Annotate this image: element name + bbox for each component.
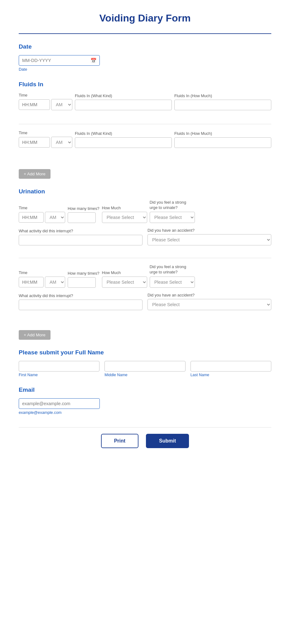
date-input[interactable] — [19, 55, 100, 66]
urination-accident-select-1[interactable]: Please Select Yes No — [147, 234, 271, 245]
urination-accident-col-1: Did you have an accident? Please Select … — [147, 228, 271, 245]
title-divider — [19, 33, 271, 34]
urination-entry-1: Time AM PM How many times? How Much — [19, 200, 271, 258]
urination-second-row-1: What activity did this interrupt? Did yo… — [19, 228, 271, 245]
urination-strong-urge-select-1[interactable]: Please Select Yes No — [150, 212, 195, 223]
urination-accident-label-2: Did you have an accident? — [147, 293, 271, 297]
fluids-ampm-select-2[interactable]: AM PM — [51, 137, 72, 148]
urination-row-2: Time AM PM How many times? How Much — [19, 264, 271, 287]
urination-howmuch-label-1: How Much — [102, 206, 147, 210]
date-hint: Date — [19, 67, 271, 72]
urination-time-input-2[interactable] — [19, 277, 44, 287]
urination-add-more-button[interactable]: + Add More — [19, 330, 51, 340]
fluids-kind-label-2: Fluids In (What Kind) — [75, 131, 172, 136]
urination-howmany-label-1: How many times? — [68, 206, 99, 211]
urination-howmuch-col-1: How Much Please Select Small Medium Larg… — [102, 206, 147, 223]
first-name-label: First Name — [19, 373, 99, 377]
urination-howmany-input-2[interactable] — [68, 277, 96, 288]
urination-section: Urination Time AM PM How many times? — [19, 188, 271, 340]
middle-name-label: Middle Name — [104, 373, 185, 377]
fluids-time-col-2: Time AM PM — [19, 130, 72, 148]
fluids-time-input-1[interactable] — [19, 99, 50, 110]
urination-howmuch-label-2: How Much — [102, 270, 147, 275]
fluids-kind-input-1[interactable] — [75, 100, 172, 110]
urination-howmany-label-2: How many times? — [68, 271, 99, 276]
email-hint: example@example.com — [19, 410, 271, 415]
page-title: Voiding Diary Form — [19, 12, 271, 24]
footer-buttons: Print Submit — [19, 434, 271, 448]
fluids-section-title: Fluids In — [19, 81, 271, 88]
first-name-input[interactable] — [19, 361, 99, 372]
urination-activity-label-2: What activity did this interrupt? — [19, 293, 143, 298]
fluids-time-label-2: Time — [19, 130, 72, 135]
urination-activity-col-1: What activity did this interrupt? — [19, 229, 143, 245]
middle-name-input[interactable] — [104, 361, 185, 372]
urination-howmany-col-1: How many times? — [68, 206, 99, 223]
email-input[interactable] — [19, 398, 100, 409]
urination-strong-urge-col-2: Did you feel a strong urge to urinate? P… — [150, 264, 195, 287]
fluids-howmuch-label-1: Fluids In (How Much) — [174, 93, 271, 98]
calendar-icon: 📅 — [90, 58, 97, 64]
urination-strong-urge-label-2: Did you feel a strong urge to urinate? — [150, 264, 193, 275]
urination-time-label-2: Time — [19, 270, 65, 275]
urination-howmany-input-1[interactable] — [68, 212, 96, 223]
name-row: First Name Middle Name Last Name — [19, 361, 271, 377]
last-name-input[interactable] — [191, 361, 271, 372]
urination-row-1: Time AM PM How many times? How Much — [19, 200, 271, 223]
urination-howmany-col-2: How many times? — [68, 271, 99, 288]
urination-activity-col-2: What activity did this interrupt? — [19, 293, 143, 310]
fluids-time-input-2[interactable] — [19, 137, 50, 148]
fluids-howmuch-col-2: Fluids In (How Much) — [174, 131, 271, 148]
urination-activity-input-1[interactable] — [19, 235, 143, 245]
fluids-row-group-1: Time AM PM Fluids In (What Kind) Fluids … — [19, 93, 271, 124]
print-button[interactable]: Print — [101, 434, 138, 448]
urination-accident-label-1: Did you have an accident? — [147, 228, 271, 233]
fluids-howmuch-col-1: Fluids In (How Much) — [174, 93, 271, 110]
fluids-kind-input-2[interactable] — [75, 137, 172, 148]
last-name-field: Last Name — [191, 361, 271, 377]
urination-time-col-1: Time AM PM — [19, 206, 65, 223]
urination-time-label-1: Time — [19, 206, 65, 210]
fluids-howmuch-input-2[interactable] — [174, 137, 271, 148]
urination-accident-select-2[interactable]: Please Select Yes No — [147, 299, 271, 310]
fluids-row-2: Time AM PM Fluids In (What Kind) Fluids … — [19, 130, 271, 148]
bottom-divider — [19, 427, 271, 428]
fluids-kind-label-1: Fluids In (What Kind) — [75, 93, 172, 98]
urination-entry-2: Time AM PM How many times? How Much — [19, 264, 271, 322]
urination-strong-urge-label-1: Did you feel a strong urge to urinate? — [150, 200, 193, 210]
urination-ampm-select-1[interactable]: AM PM — [45, 212, 65, 223]
fluids-howmuch-input-1[interactable] — [174, 100, 271, 110]
urination-section-title: Urination — [19, 188, 271, 195]
urination-accident-col-2: Did you have an accident? Please Select … — [147, 293, 271, 310]
date-section-title: Date — [19, 43, 271, 50]
date-input-wrapper: 📅 — [19, 55, 100, 66]
fluids-ampm-select-1[interactable]: AM PM — [51, 99, 72, 110]
fluids-howmuch-label-2: Fluids In (How Much) — [174, 131, 271, 136]
fluids-row-group-2: Time AM PM Fluids In (What Kind) Fluids … — [19, 130, 271, 162]
urination-activity-label-1: What activity did this interrupt? — [19, 229, 143, 233]
urination-strong-urge-select-2[interactable]: Please Select Yes No — [150, 277, 195, 288]
urination-time-col-2: Time AM PM — [19, 270, 65, 288]
submit-button[interactable]: Submit — [146, 434, 189, 448]
middle-name-field: Middle Name — [104, 361, 185, 377]
date-section: Date 📅 Date — [19, 43, 271, 72]
fluids-kind-col-1: Fluids In (What Kind) — [75, 93, 172, 110]
last-name-label: Last Name — [191, 373, 271, 377]
urination-activity-input-2[interactable] — [19, 300, 143, 310]
fluids-section: Fluids In Time AM PM Fluids In (What Kin… — [19, 81, 271, 179]
urination-strong-urge-col-1: Did you feel a strong urge to urinate? P… — [150, 200, 195, 223]
fluids-time-col-1: Time AM PM — [19, 93, 72, 110]
name-section: Please submit your Full Name First Name … — [19, 349, 271, 377]
email-section-title: Email — [19, 386, 271, 393]
fluids-row-1: Time AM PM Fluids In (What Kind) Fluids … — [19, 93, 271, 110]
urination-howmuch-select-1[interactable]: Please Select Small Medium Large — [102, 212, 147, 223]
urination-time-input-1[interactable] — [19, 212, 44, 223]
urination-howmuch-col-2: How Much Please Select Small Medium Larg… — [102, 270, 147, 288]
urination-howmuch-select-2[interactable]: Please Select Small Medium Large — [102, 277, 147, 288]
urination-second-row-2: What activity did this interrupt? Did yo… — [19, 293, 271, 310]
email-section: Email example@example.com — [19, 386, 271, 415]
fluids-add-more-button[interactable]: + Add More — [19, 169, 51, 179]
urination-ampm-select-2[interactable]: AM PM — [45, 277, 65, 288]
first-name-field: First Name — [19, 361, 99, 377]
fluids-time-label-1: Time — [19, 93, 72, 97]
